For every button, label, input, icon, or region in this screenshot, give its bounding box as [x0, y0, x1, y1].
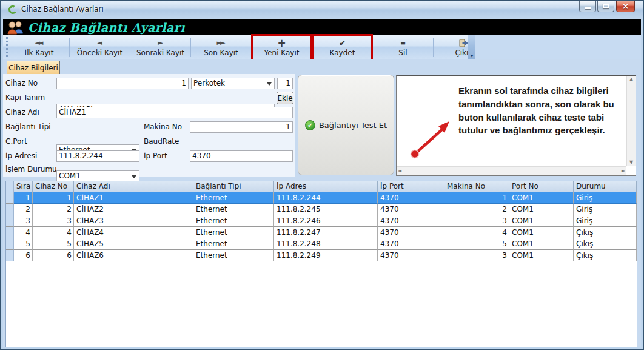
cell-cihaz-adi[interactable]: CİHAZ2	[74, 204, 193, 215]
cell-ip-port[interactable]: 4370	[378, 204, 444, 215]
cell-sira[interactable]: 4	[14, 227, 33, 238]
row-header[interactable]	[6, 204, 14, 215]
ekle-button[interactable]: Ekle	[277, 92, 293, 104]
table-row[interactable]: 55CİHAZ5Ethernet111.8.2.24843705COM1Çıkı…	[6, 238, 637, 250]
vertical-scrollbar[interactable]: ▲ ▼	[626, 76, 636, 166]
row-header[interactable]	[6, 238, 14, 250]
cell-ip-port[interactable]: 4370	[378, 227, 444, 238]
cell-port-no[interactable]: COM1	[509, 204, 574, 215]
tab-cihaz-bilgileri[interactable]: Cihaz Bilgileri	[7, 61, 60, 74]
cell-makina-no[interactable]: 2	[444, 204, 509, 215]
column-header-baglanti-tipi[interactable]: Bağlantı Tipi	[193, 181, 274, 192]
maximize-button[interactable]	[597, 1, 614, 12]
cihaz-no-input[interactable]: 1	[56, 78, 189, 89]
column-header-ip-port[interactable]: İp Port	[378, 181, 444, 192]
cell-makina-no[interactable]: 1	[444, 192, 509, 204]
table-row[interactable]: 22CİHAZ2Ethernet111.8.2.24543702COM1Giri…	[6, 204, 637, 215]
cell-cihaz-no[interactable]: 5	[33, 238, 74, 250]
row-header[interactable]	[6, 215, 14, 227]
toolbar-grip[interactable]	[6, 37, 8, 57]
cell-baglanti-tipi[interactable]: Ethernet	[193, 192, 274, 204]
cell-sira[interactable]: 2	[14, 204, 33, 215]
cell-cihaz-no[interactable]: 3	[33, 215, 74, 227]
cell-cihaz-adi[interactable]: CİHAZ5	[74, 238, 193, 250]
device-brand-extra-input[interactable]: 1	[277, 78, 293, 89]
table-row[interactable]: 44CİHAZ4Ethernet111.8.2.24743704COM1Çıkı…	[6, 227, 637, 238]
toolbar-overflow-button[interactable]: ▼	[468, 35, 475, 59]
cell-port-no[interactable]: COM1	[509, 238, 574, 250]
table-row[interactable]: 33CİHAZ3Ethernet111.8.2.24643703COM1Giri…	[6, 215, 637, 227]
column-header-port-no[interactable]: Port No	[509, 181, 574, 192]
cell-durumu[interactable]: Çıkış	[574, 227, 637, 238]
cell-ip-adres[interactable]: 111.8.2.249	[274, 250, 378, 261]
toolbar-button-cikis[interactable]: Çıkış	[435, 36, 492, 59]
cihaz-adi-input[interactable]: CİHAZ1	[56, 107, 293, 118]
cell-baglanti-tipi[interactable]: Ethernet	[193, 204, 274, 215]
cell-port-no[interactable]: COM1	[509, 227, 574, 238]
toolbar-button-son-kayit[interactable]: ►►Son Kayıt	[192, 36, 250, 59]
cell-makina-no[interactable]: 3	[444, 215, 509, 227]
table-row[interactable]: 66CİHAZ6Ethernet111.8.2.24943703COM1Çıkı…	[6, 250, 637, 261]
toolbar-button-kaydet[interactable]: ✔Kaydet	[314, 36, 371, 59]
cell-ip-adres[interactable]: 111.8.2.244	[274, 192, 378, 204]
cell-ip-adres[interactable]: 111.8.2.248	[274, 238, 378, 250]
close-button[interactable]: ×	[616, 1, 635, 12]
cell-sira[interactable]: 5	[14, 238, 33, 250]
table-row[interactable]: 11CİHAZ1Ethernet111.8.2.24443701COM1Giri…	[6, 192, 637, 204]
cell-makina-no[interactable]: 4	[444, 227, 509, 238]
cell-port-no[interactable]: COM1	[509, 250, 574, 261]
cell-sira[interactable]: 3	[14, 215, 33, 227]
row-header[interactable]	[6, 227, 14, 238]
cell-ip-port[interactable]: 4370	[378, 238, 444, 250]
test-connection-button[interactable]: ✔ Bağlantıyı Test Et	[298, 75, 394, 175]
cell-cihaz-adi[interactable]: CİHAZ1	[74, 192, 193, 204]
cell-cihaz-adi[interactable]: CİHAZ4	[74, 227, 193, 238]
column-header-cihaz-no[interactable]: Cihaz No	[33, 181, 74, 192]
cell-cihaz-no[interactable]: 6	[33, 250, 74, 261]
ip-adresi-input[interactable]: 111.8.2.244	[56, 150, 139, 162]
cell-durumu[interactable]: Giriş	[574, 215, 637, 227]
cell-cihaz-adi[interactable]: CİHAZ6	[74, 250, 193, 261]
cell-port-no[interactable]: COM1	[509, 215, 574, 227]
toolbar-button-sonraki-kayit[interactable]: ►Sonraki Kayıt	[132, 36, 189, 59]
column-header-ip-adres[interactable]: İp Adres	[274, 181, 378, 192]
makina-no-input[interactable]: 1	[190, 121, 293, 133]
cell-durumu[interactable]: Giriş	[574, 192, 637, 204]
cell-cihaz-no[interactable]: 2	[33, 204, 74, 215]
cell-makina-no[interactable]: 3	[444, 250, 509, 261]
cell-baglanti-tipi[interactable]: Ethernet	[193, 250, 274, 261]
horizontal-scrollbar[interactable]: ◄ ►	[397, 166, 626, 175]
cell-baglanti-tipi[interactable]: Ethernet	[193, 238, 274, 250]
cell-baglanti-tipi[interactable]: Ethernet	[193, 215, 274, 227]
column-header-cihaz-adi[interactable]: Cihaz Adı	[74, 181, 193, 192]
column-header-sira[interactable]: Sıra	[14, 181, 33, 192]
column-header-makina-no[interactable]: Makina No	[444, 181, 509, 192]
cell-makina-no[interactable]: 5	[444, 238, 509, 250]
cell-sira[interactable]: 1	[14, 192, 33, 204]
cell-cihaz-no[interactable]: 1	[33, 192, 74, 204]
row-header[interactable]	[6, 192, 14, 204]
toolbar-button-onceki-kayit[interactable]: ◄Önceki Kayıt	[71, 36, 129, 59]
ip-port-input[interactable]: 4370	[190, 150, 293, 162]
cell-ip-port[interactable]: 4370	[378, 192, 444, 204]
toolbar-button-yeni-kayit[interactable]: +Yeni Kayıt	[253, 36, 310, 59]
device-brand-select[interactable]: Perkotek	[191, 78, 275, 89]
cell-sira[interactable]: 6	[14, 250, 33, 261]
column-header-durumu[interactable]: Durumu	[574, 181, 637, 192]
cell-durumu[interactable]: Giriş	[574, 204, 637, 215]
cell-baglanti-tipi[interactable]: Ethernet	[193, 227, 274, 238]
cell-ip-port[interactable]: 4370	[378, 250, 444, 261]
cell-durumu[interactable]: Çıkış	[574, 238, 637, 250]
toolbar-button-sil[interactable]: ▬Sil	[374, 36, 432, 59]
toolbar-button-i-lk-kayit[interactable]: ◄◄İlk Kayıt	[10, 36, 68, 59]
cell-ip-adres[interactable]: 111.8.2.246	[274, 215, 378, 227]
minimize-button[interactable]	[579, 1, 596, 12]
cell-ip-port[interactable]: 4370	[378, 215, 444, 227]
cell-port-no[interactable]: COM1	[509, 192, 574, 204]
cell-ip-adres[interactable]: 111.8.2.245	[274, 204, 378, 215]
row-header[interactable]	[6, 250, 14, 261]
cell-cihaz-adi[interactable]: CİHAZ3	[74, 215, 193, 227]
cell-durumu[interactable]: Çıkış	[574, 250, 637, 261]
cell-ip-adres[interactable]: 111.8.2.247	[274, 227, 378, 238]
cell-cihaz-no[interactable]: 4	[33, 227, 74, 238]
